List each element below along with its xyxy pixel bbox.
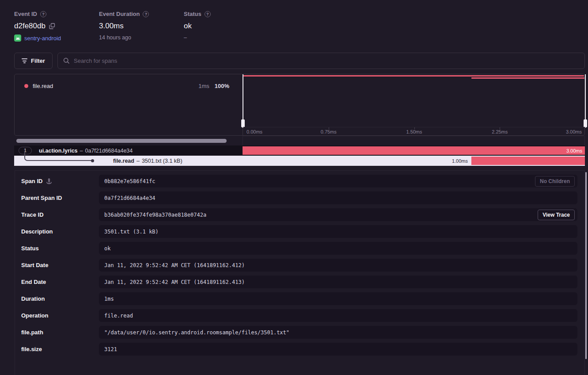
operation-duration: 1ms: [198, 83, 209, 89]
timeline-footer-strip: [243, 136, 585, 146]
trace-event-page: Event ID ? d2fe80db s: [0, 0, 588, 375]
trace-minimap: file.read 1ms 100% 0.00ms 0.75ms 1.50ms …: [14, 74, 585, 136]
detail-label: End Date: [21, 279, 46, 285]
search-input[interactable]: [74, 57, 579, 64]
minimap-timeline[interactable]: [243, 74, 585, 128]
detail-value-pill: file.read: [99, 309, 577, 322]
detail-label: Description: [21, 228, 53, 235]
timeline-axis: 0.00ms 0.75ms 1.50ms 2.25ms 3.00ms: [243, 127, 585, 135]
minimap-left-drag-handle[interactable]: [241, 74, 245, 128]
copy-icon[interactable]: [49, 23, 55, 29]
detail-value-pill: Jan 11, 2022 9:52:42 AM CET (1641891162.…: [99, 259, 577, 272]
tree-connector-dot: [91, 159, 94, 162]
axis-tick-label: 2.25ms: [492, 129, 508, 134]
filter-icon: [22, 58, 27, 63]
project-link[interactable]: sentry-android: [24, 35, 61, 42]
span-duration-label: 3.00ms: [566, 148, 582, 153]
detail-value-pill: b36ab020fe374fe98a370ae818e0742a View Tr…: [99, 208, 577, 221]
span-operation: file.read: [113, 158, 134, 164]
axis-tick-label: 3.00ms: [566, 129, 582, 134]
trace-id-value: b36ab020fe374fe98a370ae818e0742a: [104, 212, 206, 218]
parent-span-id-value: 0a7f21d6684a4e34: [104, 195, 156, 201]
detail-label: file.size: [21, 346, 42, 352]
span-description: 3501.txt (3.1 kB): [142, 158, 182, 164]
filter-button[interactable]: Filter: [14, 53, 53, 69]
span-dash: –: [137, 158, 140, 164]
file-path-value: "/data/user/0/io.sentry.android.roomsamp…: [104, 329, 289, 336]
operation-percent: 100%: [215, 83, 229, 89]
operation-value: file.read: [104, 313, 133, 319]
vertical-scrollbar-thumb[interactable]: [585, 172, 587, 359]
operation-color-dot: [24, 84, 28, 88]
detail-value-pill: 0b882e7e586f41fc No Children: [99, 175, 577, 188]
detail-label: Span ID: [21, 178, 42, 184]
event-id-label: Event ID: [14, 11, 37, 17]
detail-row-span-id: Span ID 0b882e7e586f41fc No Children: [21, 175, 577, 188]
filter-button-label: Filter: [31, 57, 45, 64]
search-icon: [63, 57, 70, 64]
detail-row-end-date: End Date Jan 11, 2022 9:52:42 AM CET (16…: [21, 276, 577, 288]
operation-row[interactable]: file.read 1ms 100%: [15, 74, 243, 89]
detail-value-pill: ok: [99, 242, 577, 255]
detail-label: Trace ID: [21, 211, 44, 218]
status-value: ok: [184, 22, 192, 31]
operation-name: file.read: [33, 83, 194, 89]
detail-value-pill: 1ms: [99, 292, 577, 305]
event-id-column: Event ID ? d2fe80db s: [14, 11, 61, 42]
detail-value-pill: 3501.txt (3.1 kB): [99, 225, 577, 238]
detail-value-pill: "/data/user/0/io.sentry.android.roomsamp…: [99, 326, 577, 339]
android-platform-icon: [14, 34, 21, 42]
detail-label: Start Date: [21, 262, 48, 268]
axis-tick-label: 1.50ms: [406, 129, 422, 134]
span-duration-label: 1.00ms: [452, 156, 468, 166]
span-row-root[interactable]: 1 ui.action.lyrics – 0a7f21d6684a4e34 3.…: [14, 145, 585, 156]
operations-breakdown-panel: file.read 1ms 100%: [15, 74, 243, 135]
detail-row-parent-span-id: Parent Span ID 0a7f21d6684a4e34: [21, 191, 577, 204]
detail-row-operation: Operation file.read: [21, 309, 577, 322]
span-duration-bar: [471, 157, 585, 165]
detail-row-description: Description 3501.txt (3.1 kB): [21, 225, 577, 238]
span-search-box[interactable]: [57, 53, 585, 69]
start-date-value: Jan 11, 2022 9:52:42 AM CET (1641891162.…: [104, 262, 245, 268]
detail-label: file.path: [21, 329, 43, 336]
description-value: 3501.txt (3.1 kB): [104, 229, 159, 235]
help-icon[interactable]: ?: [205, 11, 211, 17]
detail-value-pill: 3121: [99, 343, 577, 356]
span-duration-bar: 3.00ms: [243, 146, 585, 155]
status-detail-value: ok: [104, 245, 110, 252]
detail-label: Parent Span ID: [21, 195, 62, 201]
event-duration-value: 3.00ms: [99, 22, 124, 31]
duration-value: 1ms: [104, 296, 114, 302]
span-details-panel: Span ID 0b882e7e586f41fc No Children Par…: [15, 170, 585, 375]
event-duration-label: Event Duration: [99, 11, 140, 17]
no-children-button[interactable]: No Children: [535, 176, 575, 187]
event-age: 14 hours ago: [99, 34, 149, 41]
file-size-value: 3121: [104, 346, 117, 352]
tree-connector-line: [24, 151, 91, 161]
detail-label: Status: [21, 245, 39, 252]
anchor-icon[interactable]: [46, 178, 52, 184]
axis-tick-label: 0.00ms: [247, 129, 262, 134]
detail-label: Operation: [21, 312, 48, 319]
help-icon[interactable]: ?: [143, 11, 149, 17]
minimap-right-drag-handle[interactable]: [584, 74, 588, 128]
horizontal-scrollbar-thumb[interactable]: [16, 139, 227, 143]
detail-row-file-size: file.size 3121: [21, 343, 577, 356]
span-id-value: 0b882e7e586f41fc: [104, 178, 156, 184]
minimap-span-line: [243, 75, 584, 77]
event-duration-column: Event Duration ? 3.00ms 14 hours ago: [99, 11, 149, 41]
horizontal-scrollbar[interactable]: [14, 136, 243, 145]
detail-row-file-path: file.path "/data/user/0/io.sentry.androi…: [21, 326, 577, 339]
span-row-selected[interactable]: file.read – 3501.txt (3.1 kB) 1.00ms: [14, 156, 585, 166]
detail-row-duration: Duration 1ms: [21, 292, 577, 305]
help-icon[interactable]: ?: [40, 11, 46, 17]
view-trace-button[interactable]: View Trace: [538, 210, 575, 220]
status-label: Status: [184, 11, 201, 17]
detail-value-pill: Jan 11, 2022 9:52:42 AM CET (1641891162.…: [99, 276, 577, 288]
detail-row-start-date: Start Date Jan 11, 2022 9:52:42 AM CET (…: [21, 259, 577, 272]
span-description: 0a7f21d6684a4e34: [85, 148, 133, 154]
status-sub: –: [184, 34, 211, 41]
axis-tick-label: 0.75ms: [321, 129, 337, 134]
event-id-value: d2fe80db: [14, 22, 46, 31]
event-id-label-row: Event ID ?: [14, 11, 61, 17]
